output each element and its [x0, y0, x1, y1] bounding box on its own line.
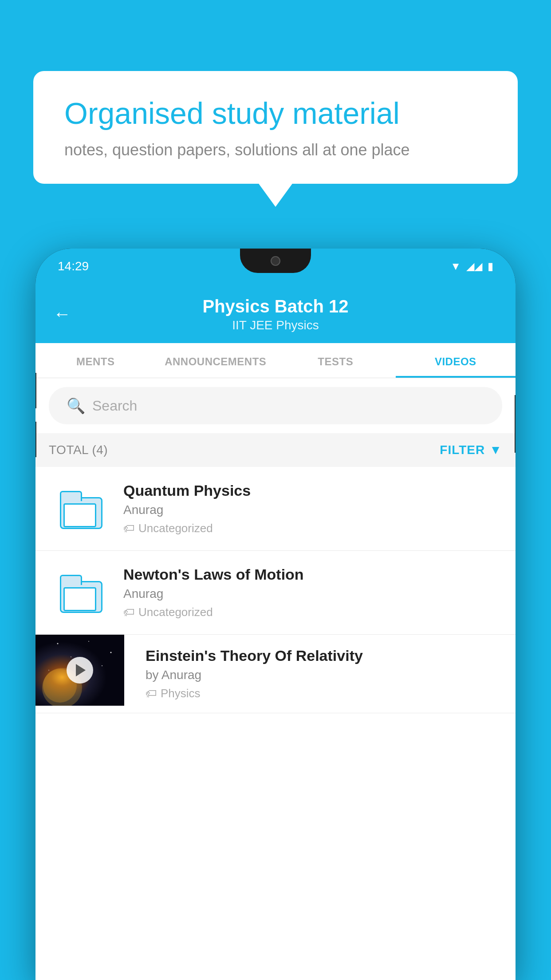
- status-time: 14:29: [58, 259, 89, 273]
- play-button[interactable]: [67, 657, 93, 684]
- video-title: Einstein's Theory Of Relativity: [146, 647, 507, 664]
- status-icons: ▼ ◢◢ ▮: [450, 260, 493, 273]
- tab-videos[interactable]: VIDEOS: [396, 343, 516, 378]
- folder-front: [63, 503, 96, 527]
- status-bar: 14:29 ▼ ◢◢ ▮: [35, 249, 516, 284]
- video-info: Quantum Physics Anurag 🏷 Uncategorized: [123, 482, 502, 535]
- phone-volume-up-button: [35, 373, 36, 408]
- tag-icon: 🏷: [146, 687, 157, 700]
- camera: [271, 256, 280, 266]
- phone-screen: ← Physics Batch 12 IIT JEE Physics MENTS…: [35, 284, 516, 980]
- search-input-box[interactable]: 🔍 Search: [49, 387, 502, 424]
- play-icon: [76, 664, 86, 676]
- video-author: Anurag: [123, 503, 502, 517]
- phone-notch: [240, 249, 311, 273]
- tabs-bar: MENTS ANNOUNCEMENTS TESTS VIDEOS: [35, 343, 516, 378]
- video-author: Anurag: [123, 587, 502, 601]
- list-item[interactable]: Quantum Physics Anurag 🏷 Uncategorized: [35, 467, 516, 551]
- search-bar-container: 🔍 Search: [35, 378, 516, 433]
- header-subtitle: IIT JEE Physics: [53, 318, 498, 332]
- phone-power-button: [515, 395, 516, 453]
- svg-point-6: [48, 670, 49, 671]
- video-tag: 🏷 Uncategorized: [123, 605, 502, 619]
- tab-tests[interactable]: TESTS: [276, 343, 396, 378]
- speech-bubble: Organised study material notes, question…: [33, 71, 518, 184]
- total-count: TOTAL (4): [49, 443, 108, 457]
- folder-icon: [60, 491, 100, 526]
- filter-label: FILTER: [440, 443, 485, 457]
- bubble-title: Organised study material: [64, 95, 487, 132]
- tag-icon: 🏷: [123, 605, 135, 619]
- video-tag: 🏷 Physics: [146, 687, 507, 700]
- list-item[interactable]: Newton's Laws of Motion Anurag 🏷 Uncateg…: [35, 551, 516, 635]
- wifi-icon: ▼: [450, 260, 461, 273]
- list-item[interactable]: Einstein's Theory Of Relativity by Anura…: [35, 635, 516, 713]
- tab-ments[interactable]: MENTS: [35, 343, 156, 378]
- search-icon: 🔍: [67, 397, 85, 415]
- video-title: Quantum Physics: [123, 482, 502, 499]
- tag-icon: 🏷: [123, 522, 135, 535]
- svg-point-2: [88, 641, 89, 642]
- video-info: Newton's Laws of Motion Anurag 🏷 Uncateg…: [123, 566, 502, 619]
- app-header: ← Physics Batch 12 IIT JEE Physics: [35, 284, 516, 343]
- back-button[interactable]: ←: [53, 304, 71, 324]
- folder-icon-container: [49, 566, 111, 619]
- video-title: Newton's Laws of Motion: [123, 566, 502, 583]
- filter-icon: ▼: [489, 443, 502, 457]
- folder-icon: [60, 575, 100, 610]
- svg-point-5: [102, 665, 102, 666]
- header-title: Physics Batch 12: [53, 296, 498, 316]
- svg-point-1: [57, 643, 59, 644]
- battery-icon: ▮: [488, 260, 493, 273]
- search-placeholder: Search: [92, 398, 137, 414]
- video-tag: 🏷 Uncategorized: [123, 522, 502, 535]
- phone-volume-down-button: [35, 422, 36, 457]
- tab-announcements[interactable]: ANNOUNCEMENTS: [156, 343, 276, 378]
- svg-point-4: [71, 656, 71, 657]
- folder-front: [63, 587, 96, 611]
- video-info: Einstein's Theory Of Relativity by Anura…: [137, 635, 516, 713]
- video-author: by Anurag: [146, 668, 507, 682]
- filter-bar: TOTAL (4) FILTER ▼: [35, 433, 516, 467]
- video-list: Quantum Physics Anurag 🏷 Uncategorized N: [35, 467, 516, 713]
- video-thumbnail: [35, 635, 124, 706]
- svg-point-3: [110, 652, 112, 653]
- filter-button[interactable]: FILTER ▼: [440, 443, 502, 457]
- folder-icon-container: [49, 482, 111, 535]
- phone-frame: 14:29 ▼ ◢◢ ▮ ← Physics Batch 12 IIT JEE …: [35, 249, 516, 980]
- bubble-subtitle: notes, question papers, solutions all at…: [64, 141, 487, 159]
- signal-icon: ◢◢: [466, 260, 482, 273]
